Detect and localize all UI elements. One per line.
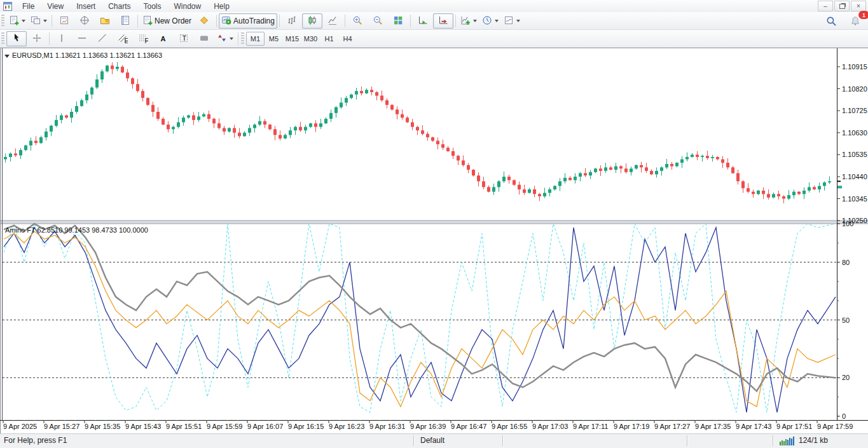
window-controls: – × [818, 1, 866, 11]
menu-view[interactable]: View [41, 1, 70, 12]
chevron-down-icon[interactable] [495, 20, 499, 22]
time-axis-label: 9 Apr 15:27 [44, 423, 79, 430]
horizontal-line-button[interactable] [72, 31, 92, 46]
indicator-axis-label: 50 [842, 316, 850, 324]
horizontal-line-icon [77, 33, 87, 44]
channel-button[interactable]: E [113, 31, 133, 46]
status-separator [773, 435, 773, 446]
market-watch-button[interactable] [54, 13, 74, 29]
vertical-line-button[interactable] [52, 31, 72, 46]
bid-price-marker [837, 186, 842, 188]
zoom-in-button[interactable] [347, 13, 368, 29]
toolbar-separator [238, 32, 238, 45]
time-axis-label: 9 Apr 16:31 [369, 423, 405, 430]
timeframe-h4-button[interactable]: H4 [338, 32, 357, 46]
toolbar-separator [137, 15, 138, 27]
notifications-button[interactable]: 1 [845, 13, 865, 29]
toolbar-grip[interactable] [241, 32, 244, 45]
minimize-button[interactable]: – [818, 1, 833, 11]
tile-windows-button[interactable] [388, 13, 408, 29]
crosshair-button[interactable] [27, 31, 47, 46]
menu-charts[interactable]: Charts [102, 1, 137, 12]
indicator-axis-label: 80 [842, 259, 850, 266]
bar-chart-button[interactable] [282, 13, 302, 29]
menu-insert[interactable]: Insert [70, 1, 102, 12]
status-separator [687, 435, 687, 446]
status-help-text: For Help, press F1 [4, 436, 67, 445]
indicator-axis-label: 100 [842, 220, 853, 227]
timeframe-m1-button[interactable]: M1 [246, 32, 265, 46]
templates-button[interactable] [501, 13, 523, 29]
chevron-down-icon[interactable] [43, 20, 47, 22]
new-chart-button[interactable] [6, 13, 28, 29]
price-axis-label: 1.10440 [842, 173, 867, 180]
metaeditor-button[interactable] [194, 13, 214, 29]
profiles-icon [31, 15, 41, 27]
timeframe-m15-button[interactable]: M15 [283, 32, 301, 46]
restore-button[interactable] [834, 1, 850, 11]
chevron-down-icon[interactable] [516, 20, 520, 22]
label-button[interactable]: T [174, 31, 194, 46]
chevron-down-icon[interactable] [473, 20, 477, 22]
menu-file[interactable]: File [16, 1, 41, 12]
menu-tools[interactable]: Tools [137, 1, 168, 12]
line-chart-button[interactable] [322, 13, 343, 29]
status-profile[interactable]: Default [420, 436, 444, 445]
toolbar-separator [49, 32, 50, 45]
timeframe-h1-button[interactable]: H1 [320, 32, 338, 46]
indicator-values-label: Amino FT 62.8510 99.1453 98.4733 100.000… [5, 226, 148, 234]
candlestick-button[interactable] [302, 13, 322, 29]
new-order-button-label: New Order [155, 17, 191, 25]
toolbar-separator [345, 15, 345, 27]
autotrading-button[interactable]: AutoTrading [219, 13, 277, 29]
close-button[interactable]: × [851, 1, 866, 11]
menu-window[interactable]: Window [168, 1, 208, 12]
terminal-button[interactable] [115, 13, 135, 29]
trendline-button[interactable] [92, 31, 113, 46]
chevron-down-icon[interactable] [230, 37, 233, 40]
zoom-out-button[interactable] [368, 13, 388, 29]
search-icon [826, 16, 837, 27]
time-axis-label: 9 Apr 16:23 [329, 423, 364, 430]
menu-help[interactable]: Help [207, 1, 236, 12]
zoom-out-icon [373, 15, 383, 27]
periods-button[interactable] [479, 13, 501, 29]
chevron-down-icon[interactable] [22, 20, 25, 22]
status-bar: For Help, press F1 Default 124/1 kb [0, 433, 868, 448]
time-axis-label: 9 Apr 16:47 [451, 423, 486, 430]
line-chart-icon [327, 15, 338, 27]
auto-scroll-icon [418, 15, 428, 27]
indicators-button[interactable] [458, 13, 479, 29]
timeframe-m5-button[interactable]: M5 [265, 32, 283, 46]
price-axis-label: 1.10535 [842, 151, 867, 158]
svg-text:T: T [183, 34, 187, 42]
arrows-button[interactable] [214, 31, 236, 46]
shapes-icon [199, 33, 209, 44]
chart-canvas[interactable]: 1.109151.108201.107251.106301.105351.104… [0, 48, 868, 433]
indicator-axis-label: 20 [842, 374, 850, 381]
chart-shift-button[interactable] [433, 13, 453, 29]
shapes-button[interactable] [194, 31, 214, 46]
profiles-button[interactable] [28, 13, 50, 29]
navigator-button[interactable] [95, 13, 115, 29]
text-button[interactable]: A [153, 31, 174, 46]
timeframe-m30-button[interactable]: M30 [301, 32, 320, 46]
zoom-in-icon [352, 15, 362, 27]
traffic-counter: 124/1 kb [799, 436, 828, 445]
auto-scroll-button[interactable] [413, 13, 433, 29]
periods-icon [482, 15, 492, 27]
vertical-line-icon [57, 33, 67, 44]
chart-window: 1.109151.108201.107251.106301.105351.104… [0, 48, 868, 433]
text-icon: A [158, 33, 169, 44]
toolbar-grip[interactable] [1, 15, 4, 27]
time-axis-label: 9 Apr 17:27 [654, 423, 690, 430]
fibonacci-button[interactable]: F [133, 31, 153, 46]
toolbar-separator [410, 15, 411, 27]
cursor-button[interactable] [6, 31, 27, 46]
toolbar-grip[interactable] [1, 32, 4, 45]
new-order-button[interactable]: New Order [140, 13, 194, 29]
search-button[interactable] [821, 13, 841, 29]
indicators-icon [460, 15, 471, 27]
bar-chart-icon [287, 15, 297, 27]
data-window-button[interactable] [74, 13, 95, 29]
